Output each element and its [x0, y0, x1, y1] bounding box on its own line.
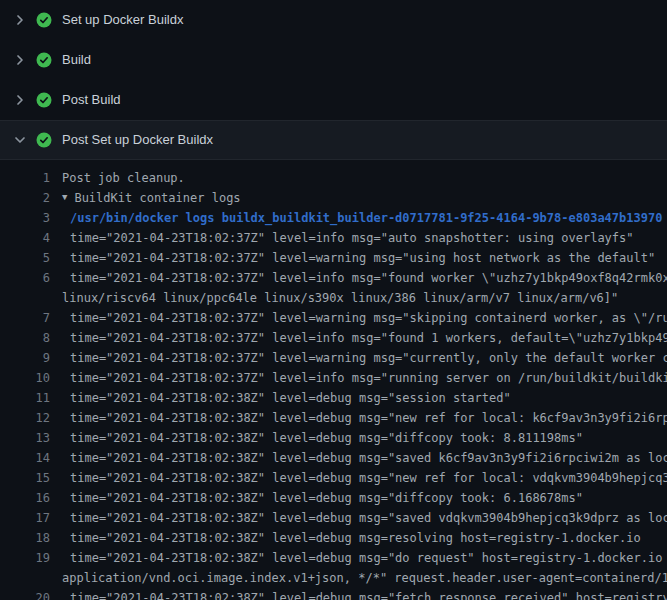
check-circle-icon: [36, 132, 52, 148]
log-row: linux/riscv64 linux/ppc64le linux/s390x …: [0, 288, 667, 308]
step-header-build[interactable]: Build: [0, 40, 667, 80]
line-number[interactable]: 17: [0, 508, 50, 528]
log-text: time="2021-04-23T18:02:37Z" level=warnin…: [62, 308, 667, 328]
log-text: time="2021-04-23T18:02:37Z" level=info m…: [62, 368, 667, 388]
log-text: time="2021-04-23T18:02:38Z" level=debug …: [62, 408, 667, 428]
log-row: 11time="2021-04-23T18:02:38Z" level=debu…: [0, 388, 667, 408]
log-row: 10time="2021-04-23T18:02:37Z" level=info…: [0, 368, 667, 388]
log-area: 1Post job cleanup.2▼BuildKit container l…: [0, 160, 667, 600]
log-text: time="2021-04-23T18:02:37Z" level=warnin…: [62, 348, 667, 368]
log-text: time="2021-04-23T18:02:38Z" level=debug …: [62, 388, 511, 408]
log-row: 3/usr/bin/docker logs buildx_buildkit_bu…: [0, 208, 667, 228]
log-text: time="2021-04-23T18:02:38Z" level=debug …: [62, 488, 583, 508]
line-number[interactable]: 18: [0, 528, 50, 548]
step-label: Post Set up Docker Buildx: [62, 132, 213, 148]
chevron-down-icon: [12, 132, 28, 148]
chevron-right-icon: [12, 12, 28, 28]
log-text: time="2021-04-23T18:02:38Z" level=debug …: [62, 588, 667, 600]
log-row: 20time="2021-04-23T18:02:38Z" level=debu…: [0, 588, 667, 600]
log-row: 13time="2021-04-23T18:02:38Z" level=debu…: [0, 428, 667, 448]
check-circle-icon: [36, 52, 52, 68]
line-number[interactable]: 3: [0, 208, 50, 228]
line-number[interactable]: 20: [0, 588, 50, 600]
log-text: time="2021-04-23T18:02:38Z" level=debug …: [62, 428, 583, 448]
line-number[interactable]: 8: [0, 328, 50, 348]
log-text: time="2021-04-23T18:02:37Z" level=info m…: [62, 228, 634, 248]
step-label: Build: [62, 52, 91, 68]
log-row: 16time="2021-04-23T18:02:38Z" level=debu…: [0, 488, 667, 508]
step-label: Set up Docker Buildx: [62, 12, 183, 28]
log-text: Post job cleanup.: [62, 168, 185, 188]
group-caret-icon[interactable]: ▼: [62, 188, 67, 207]
log-text: linux/riscv64 linux/ppc64le linux/s390x …: [62, 288, 618, 308]
log-text: time="2021-04-23T18:02:37Z" level=info m…: [62, 268, 667, 288]
log-text: time="2021-04-23T18:02:38Z" level=debug …: [62, 508, 667, 528]
log-text: time="2021-04-23T18:02:37Z" level=info m…: [62, 328, 667, 348]
log-text: time="2021-04-23T18:02:38Z" level=debug …: [62, 548, 667, 568]
log-text: time="2021-04-23T18:02:38Z" level=debug …: [62, 528, 641, 548]
log-row: 14time="2021-04-23T18:02:38Z" level=debu…: [0, 448, 667, 468]
line-number: [0, 568, 50, 588]
chevron-right-icon: [12, 52, 28, 68]
log-text: time="2021-04-23T18:02:38Z" level=debug …: [62, 448, 667, 468]
log-text: time="2021-04-23T18:02:37Z" level=warnin…: [62, 248, 655, 268]
line-number[interactable]: 4: [0, 228, 50, 248]
log-row: 15time="2021-04-23T18:02:38Z" level=debu…: [0, 468, 667, 488]
line-number[interactable]: 12: [0, 408, 50, 428]
log-text: BuildKit container logs: [74, 188, 240, 208]
line-number[interactable]: 15: [0, 468, 50, 488]
log-text: /usr/bin/docker logs buildx_buildkit_bui…: [62, 208, 662, 228]
line-number[interactable]: 19: [0, 548, 50, 568]
line-number: [0, 288, 50, 308]
step-label: Post Build: [62, 92, 121, 108]
line-number[interactable]: 2: [0, 188, 50, 208]
step-header-set-up-docker-buildx[interactable]: Set up Docker Buildx: [0, 0, 667, 40]
log-text: time="2021-04-23T18:02:38Z" level=debug …: [62, 468, 667, 488]
steps-list: Set up Docker BuildxBuildPost BuildPost …: [0, 0, 667, 160]
log-row: 18time="2021-04-23T18:02:38Z" level=debu…: [0, 528, 667, 548]
line-number[interactable]: 5: [0, 248, 50, 268]
line-number[interactable]: 6: [0, 268, 50, 288]
log-row: 17time="2021-04-23T18:02:38Z" level=debu…: [0, 508, 667, 528]
line-number[interactable]: 13: [0, 428, 50, 448]
log-row: 6time="2021-04-23T18:02:37Z" level=info …: [0, 268, 667, 288]
chevron-right-icon: [12, 92, 28, 108]
check-circle-icon: [36, 92, 52, 108]
step-header-post-set-up-docker-buildx[interactable]: Post Set up Docker Buildx: [0, 120, 667, 160]
log-row: 12time="2021-04-23T18:02:38Z" level=debu…: [0, 408, 667, 428]
line-number[interactable]: 7: [0, 308, 50, 328]
step-header-post-build[interactable]: Post Build: [0, 80, 667, 120]
check-circle-icon: [36, 12, 52, 28]
log-text: application/vnd.oci.image.index.v1+json,…: [62, 568, 667, 588]
log-group-row[interactable]: 2▼BuildKit container logs: [0, 188, 667, 208]
line-number[interactable]: 16: [0, 488, 50, 508]
line-number[interactable]: 1: [0, 168, 50, 188]
log-row: 4time="2021-04-23T18:02:37Z" level=info …: [0, 228, 667, 248]
log-row: 1Post job cleanup.: [0, 168, 667, 188]
line-number[interactable]: 10: [0, 368, 50, 388]
log-row: 19time="2021-04-23T18:02:38Z" level=debu…: [0, 548, 667, 568]
line-number[interactable]: 11: [0, 388, 50, 408]
log-row: 5time="2021-04-23T18:02:37Z" level=warni…: [0, 248, 667, 268]
log-row: 8time="2021-04-23T18:02:37Z" level=info …: [0, 328, 667, 348]
line-number[interactable]: 14: [0, 448, 50, 468]
log-row: 7time="2021-04-23T18:02:37Z" level=warni…: [0, 308, 667, 328]
log-row: application/vnd.oci.image.index.v1+json,…: [0, 568, 667, 588]
line-number[interactable]: 9: [0, 348, 50, 368]
log-row: 9time="2021-04-23T18:02:37Z" level=warni…: [0, 348, 667, 368]
